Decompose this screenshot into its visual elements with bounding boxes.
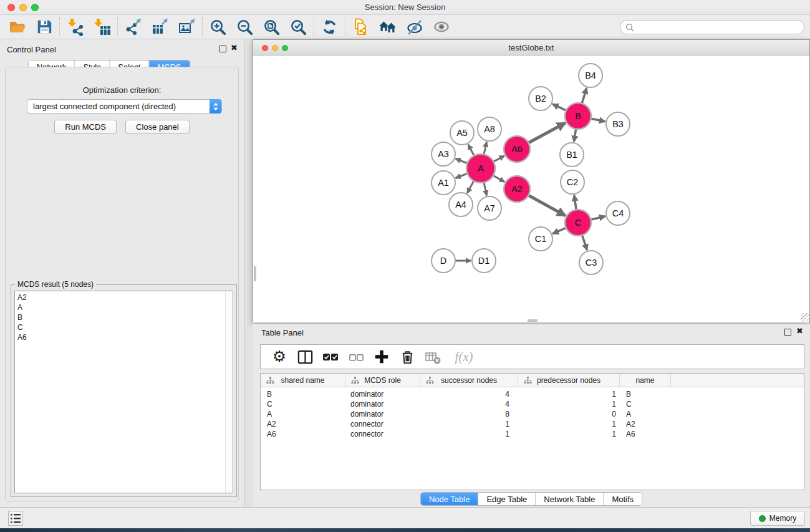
table-toolbar: ⚙ bbox=[260, 344, 804, 369]
run-mcds-button[interactable]: Run MCDS bbox=[54, 120, 117, 134]
search-input[interactable] bbox=[637, 21, 799, 33]
zoom-out-button[interactable] bbox=[231, 16, 258, 37]
export-table-button[interactable] bbox=[147, 16, 173, 37]
memory-label: Memory bbox=[769, 514, 796, 523]
export-network-icon bbox=[124, 17, 143, 36]
table-cell[interactable]: A bbox=[261, 410, 345, 418]
graph-node-label: C1 bbox=[535, 234, 547, 244]
close-panel-icon[interactable]: ✖ bbox=[231, 44, 238, 52]
mcds-result-list[interactable]: A2ABCA6 bbox=[14, 291, 233, 493]
column-header-successor-nodes[interactable]: successor nodes bbox=[420, 374, 518, 387]
table-cell[interactable]: 1 bbox=[518, 430, 620, 438]
tab-network-table[interactable]: Network Table bbox=[535, 493, 603, 505]
table-cell[interactable]: 1 bbox=[420, 430, 518, 438]
table-cell[interactable]: A6 bbox=[261, 430, 345, 438]
function-builder-button[interactable]: f(x) bbox=[450, 347, 478, 366]
delete-column-button[interactable] bbox=[398, 347, 416, 366]
network-document-icon bbox=[352, 17, 370, 36]
trash-icon bbox=[399, 349, 416, 365]
open-session-button[interactable] bbox=[4, 16, 31, 37]
mcds-result-item[interactable]: A2 bbox=[17, 293, 224, 302]
import-network-button[interactable] bbox=[62, 16, 89, 37]
table-cell[interactable]: 4 bbox=[420, 390, 518, 399]
mcds-panel: Optimization criterion: largest connecte… bbox=[5, 67, 239, 501]
hide-graphics-button[interactable] bbox=[401, 16, 428, 37]
export-image-icon bbox=[178, 17, 196, 36]
table-cell[interactable]: 1 bbox=[518, 400, 620, 409]
table-cell[interactable]: 1 bbox=[518, 420, 620, 428]
table-cell[interactable]: C bbox=[620, 400, 671, 409]
table-cell[interactable]: A6 bbox=[620, 430, 671, 438]
task-history-button[interactable] bbox=[8, 511, 23, 526]
vertical-scrollbar[interactable] bbox=[254, 266, 256, 281]
unselect-all-columns-button[interactable] bbox=[347, 347, 365, 366]
export-network-button[interactable] bbox=[120, 16, 147, 37]
table-cell[interactable]: A2 bbox=[261, 420, 345, 428]
column-header-mcds-role[interactable]: MCDS role bbox=[345, 374, 420, 387]
table-tabs: Node Table Edge Table Network Table Moti… bbox=[420, 492, 642, 506]
close-panel-button[interactable]: Close panel bbox=[125, 120, 190, 134]
table-cell[interactable]: 1 bbox=[518, 390, 620, 399]
float-panel-icon[interactable] bbox=[219, 46, 226, 52]
mcds-result-item[interactable]: B bbox=[17, 312, 224, 322]
column-type-icon bbox=[524, 377, 532, 384]
import-table-icon bbox=[93, 17, 112, 36]
table-cell[interactable]: C bbox=[261, 400, 345, 409]
apply-layout-button[interactable] bbox=[316, 16, 343, 37]
resize-grip[interactable] bbox=[801, 313, 809, 322]
tab-motifs[interactable]: Motifs bbox=[603, 493, 642, 505]
table-cell[interactable]: dominator bbox=[345, 410, 420, 418]
close-panel-icon[interactable]: ✖ bbox=[796, 327, 803, 336]
refresh-icon bbox=[321, 18, 339, 36]
search-field[interactable] bbox=[620, 20, 804, 34]
graph-node-label: C3 bbox=[586, 258, 597, 268]
horizontal-scrollbar[interactable] bbox=[528, 319, 538, 322]
create-column-button[interactable] bbox=[373, 347, 390, 366]
save-session-button[interactable] bbox=[31, 16, 57, 37]
mcds-result-item[interactable]: C bbox=[17, 322, 224, 332]
float-panel-icon[interactable] bbox=[784, 329, 791, 336]
network-from-file-button[interactable] bbox=[347, 16, 374, 37]
table-cell[interactable]: connector bbox=[345, 430, 420, 438]
table-panel: Table Panel ✖ ⚙ bbox=[253, 324, 810, 508]
mcds-result-item[interactable]: A6 bbox=[17, 332, 224, 342]
column-header-predecessor-nodes[interactable]: predecessor nodes bbox=[518, 374, 620, 387]
column-header-shared-name[interactable]: shared name bbox=[261, 374, 345, 387]
zoom-fit-button[interactable] bbox=[258, 16, 285, 37]
table-cell[interactable]: 1 bbox=[420, 420, 518, 428]
table-cell[interactable]: connector bbox=[345, 420, 420, 428]
network-canvas[interactable]: B4B2BB3A5A8A6B1A3AA1A2C2A4A7C4CC1C3DD1 bbox=[253, 56, 809, 322]
show-columns-button[interactable] bbox=[296, 347, 314, 366]
column-header-name[interactable]: name bbox=[620, 374, 671, 387]
optimization-criterion-label: Optimization criterion: bbox=[6, 85, 238, 95]
open-folder-icon bbox=[8, 17, 27, 36]
mcds-result-item[interactable]: A bbox=[17, 302, 224, 312]
zoom-selected-button[interactable] bbox=[285, 16, 312, 37]
select-all-columns-button[interactable] bbox=[322, 347, 339, 366]
combo-stepper-icon bbox=[210, 99, 221, 114]
table-cell[interactable]: 0 bbox=[518, 410, 620, 418]
import-table-button[interactable] bbox=[89, 16, 115, 37]
table-settings-button[interactable]: ⚙ bbox=[271, 347, 288, 366]
zoom-selected-icon bbox=[289, 18, 307, 36]
optimization-criterion-select[interactable]: largest connected component (directed) bbox=[27, 99, 222, 114]
table-cell[interactable]: B bbox=[261, 390, 345, 399]
zoom-in-button[interactable] bbox=[205, 16, 231, 37]
table-body: Bdominator41BCdominator41CAdominator80AA… bbox=[261, 389, 804, 439]
table-cell[interactable]: 4 bbox=[420, 400, 518, 409]
table-cell[interactable]: dominator bbox=[345, 390, 420, 399]
show-details-button[interactable] bbox=[428, 16, 455, 37]
table-cell[interactable]: 8 bbox=[420, 410, 518, 418]
table-cell[interactable]: A2 bbox=[620, 420, 671, 428]
network-window-titlebar[interactable]: testGlobe.txt bbox=[253, 40, 809, 56]
table-cell[interactable]: dominator bbox=[345, 400, 420, 409]
tab-node-table[interactable]: Node Table bbox=[421, 493, 478, 505]
memory-button[interactable]: Memory bbox=[750, 511, 805, 526]
table-cell[interactable]: B bbox=[620, 390, 671, 399]
delete-table-button[interactable] bbox=[424, 347, 441, 366]
tab-edge-table[interactable]: Edge Table bbox=[478, 493, 535, 505]
homes-button[interactable] bbox=[374, 16, 401, 37]
table-cell[interactable]: A bbox=[620, 410, 671, 418]
result-scrollbar[interactable] bbox=[225, 291, 233, 493]
export-image-button[interactable] bbox=[173, 16, 200, 37]
